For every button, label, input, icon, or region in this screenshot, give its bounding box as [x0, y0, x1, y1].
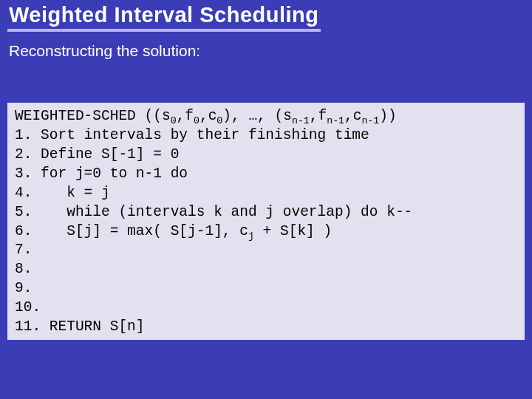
code-line-5: 5. while (intervals k and j overlap) do …	[15, 203, 517, 222]
sub: j	[248, 230, 254, 241]
t: ))	[379, 108, 396, 124]
t: ,c	[200, 108, 216, 124]
code-line-4: 4. k = j	[15, 184, 517, 203]
t: ,c	[344, 108, 361, 124]
slide-subtitle: Reconstructing the solution:	[9, 42, 525, 60]
code-header: WEIGHTED-SCHED ((s0,f0,c0), …, (sn-1,fn-…	[15, 107, 517, 126]
code-line-9: 9.	[15, 279, 517, 299]
sub: 0	[194, 115, 200, 126]
t: 6. S[j] = max( S[j-1], c	[15, 223, 248, 239]
code-line-6: 6. S[j] = max( S[j-1], cj + S[k] )	[15, 222, 517, 242]
code-line-3: 3. for j=0 to n-1 do	[15, 165, 517, 184]
sub: n-1	[292, 115, 310, 126]
code-line-11: 11. RETURN S[n]	[15, 318, 517, 337]
t: ), …, (s	[222, 108, 292, 124]
t: ,f	[310, 108, 327, 124]
slide-title: Weighted Interval Scheduling	[7, 3, 525, 33]
sub: n-1	[327, 115, 344, 126]
sub: n-1	[361, 115, 379, 126]
code-line-10: 10.	[15, 299, 517, 318]
t: WEIGHTED-SCHED ((s	[15, 108, 171, 124]
title-text: Weighted Interval Scheduling	[7, 3, 321, 32]
slide: Weighted Interval Scheduling Reconstruct…	[0, 0, 532, 399]
t: ,f	[177, 108, 194, 124]
code-line-8: 8.	[15, 260, 517, 279]
code-line-7: 7.	[15, 241, 517, 260]
code-block: WEIGHTED-SCHED ((s0,f0,c0), …, (sn-1,fn-…	[7, 103, 525, 340]
code-line-2: 2. Define S[-1] = 0	[15, 146, 517, 165]
sub: 0	[171, 115, 177, 126]
code-line-1: 1. Sort intervals by their finishing tim…	[15, 126, 517, 146]
t: + S[k] )	[254, 223, 332, 239]
